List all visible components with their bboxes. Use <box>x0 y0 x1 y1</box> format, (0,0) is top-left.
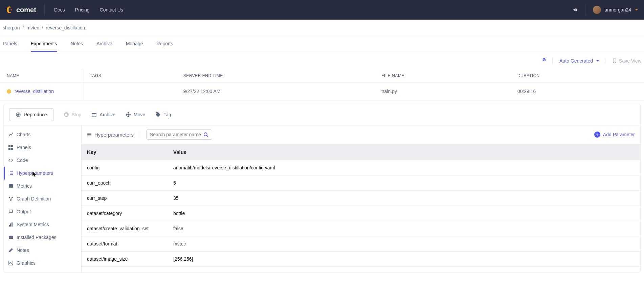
breadcrumb: sherpan / mvtec / reverse_distillation <box>0 20 644 36</box>
param-value: 5 <box>168 175 640 191</box>
breadcrumb-project[interactable]: mvtec <box>26 25 39 30</box>
param-row[interactable]: curr_step35 <box>82 191 640 206</box>
stop-icon <box>64 112 69 117</box>
search-icon[interactable] <box>203 132 208 137</box>
cell-file: train.py <box>375 82 511 100</box>
param-row[interactable]: configanomalib/models/reverse_distillati… <box>82 160 640 175</box>
param-key: dataset/create_validation_set <box>82 221 168 236</box>
code-icon <box>8 158 13 163</box>
nav-pricing[interactable]: Pricing <box>75 7 90 13</box>
tab-archive[interactable]: Archive <box>96 36 112 52</box>
logo-text: comet <box>16 6 36 14</box>
grid-icon <box>8 145 13 150</box>
experiment-row[interactable]: reverse_distillation 9/27/22 12:00 AM tr… <box>0 82 644 100</box>
auto-generated-dropdown[interactable]: Auto Generated <box>559 58 605 64</box>
svg-rect-11 <box>11 145 13 147</box>
sidebar-item-packages[interactable]: Installed Packages <box>4 231 81 244</box>
tab-reports[interactable]: Reports <box>156 36 173 52</box>
param-value: anomalib/models/reverse_distillation/con… <box>168 160 640 175</box>
param-value: false <box>168 221 640 236</box>
svg-rect-22 <box>9 236 13 239</box>
reproduce-button[interactable]: Reproduce <box>9 108 53 121</box>
sidebar-item-graphics[interactable]: Graphics <box>4 257 81 269</box>
image-icon <box>8 261 13 265</box>
param-row[interactable]: dataset/formatmvtec <box>82 236 640 252</box>
svg-point-1 <box>16 113 20 117</box>
tab-manage[interactable]: Manage <box>126 36 143 52</box>
col-value: Value <box>168 144 640 160</box>
main-content: Hyperparameters + Add Parameter Key Valu… <box>82 125 640 272</box>
sidebar-item-output[interactable]: Output <box>4 205 81 218</box>
breadcrumb-sep: / <box>22 25 24 30</box>
plus-icon: + <box>594 132 600 138</box>
svg-rect-21 <box>12 222 13 227</box>
param-value: bottle <box>168 206 640 221</box>
breadcrumb-org[interactable]: sherpan <box>3 25 20 30</box>
svg-point-0 <box>10 9 12 10</box>
sidebar-item-label: Code <box>17 158 28 163</box>
svg-rect-5 <box>65 114 67 116</box>
col-file[interactable]: FILE NAME <box>375 69 511 82</box>
tag-button[interactable]: Tag <box>155 112 171 117</box>
search-box[interactable] <box>146 129 212 140</box>
col-tags[interactable]: TAGS <box>83 69 177 82</box>
graph-icon <box>8 196 13 201</box>
collapse-icon[interactable] <box>541 57 553 64</box>
svg-point-3 <box>18 114 19 115</box>
param-row[interactable]: curr_epoch5 <box>82 175 640 191</box>
cell-tags <box>83 82 177 100</box>
logo[interactable]: comet <box>5 4 45 16</box>
svg-rect-10 <box>8 145 10 147</box>
add-parameter-button[interactable]: + Add Parameter <box>594 132 635 138</box>
param-value: 35 <box>168 191 640 206</box>
user-menu[interactable]: anmorgan24 <box>585 4 639 16</box>
svg-rect-19 <box>9 225 10 227</box>
sidebar-item-notes[interactable]: Notes <box>4 244 81 257</box>
col-end[interactable]: SERVER END TIME <box>177 69 375 82</box>
sidebar-item-code[interactable]: Code <box>4 154 81 167</box>
list-icon <box>8 171 13 175</box>
save-view-label: Save View <box>619 58 641 64</box>
col-name[interactable]: NAME <box>0 69 83 82</box>
sidebar-item-graphdef[interactable]: Graph Definition <box>4 192 81 205</box>
sidebar-item-hyperparameters[interactable]: Hyperparameters <box>4 167 81 180</box>
save-view-button[interactable]: Save View <box>612 58 641 64</box>
svg-point-25 <box>204 133 207 136</box>
tab-notes[interactable]: Notes <box>71 36 83 52</box>
param-value: [256,256] <box>168 252 640 267</box>
sidebar-item-label: System Metrics <box>17 222 49 227</box>
archive-button[interactable]: Archive <box>91 112 115 117</box>
tag-icon <box>155 112 161 117</box>
param-value: mvtec <box>168 236 640 252</box>
section-title-text: Hyperparameters <box>94 132 134 138</box>
sidebar-item-label: Charts <box>17 132 30 137</box>
sidebar-item-sysmetrics[interactable]: System Metrics <box>4 218 81 231</box>
tab-panels[interactable]: Panels <box>3 36 17 52</box>
param-key: config <box>82 160 168 175</box>
avatar <box>593 6 601 14</box>
param-key: dataset/image_size <box>82 252 168 267</box>
param-row[interactable]: dataset/create_validation_setfalse <box>82 221 640 236</box>
add-param-label: Add Parameter <box>603 132 635 137</box>
experiment-name-link[interactable]: reverse_distillation <box>15 89 54 94</box>
search-input[interactable] <box>150 132 203 137</box>
sidebar-item-label: Hyperparameters <box>17 170 53 176</box>
param-row[interactable]: dataset/image_size[256,256] <box>82 252 640 267</box>
svg-rect-14 <box>9 184 13 188</box>
param-row[interactable]: dataset/categorybottle <box>82 206 640 221</box>
col-duration[interactable]: DURATION <box>511 69 644 82</box>
list-icon <box>87 132 92 137</box>
sidebar-item-panels[interactable]: Panels <box>4 141 81 154</box>
bars-icon <box>8 222 13 227</box>
page-tabs: Panels Experiments Notes Archive Manage … <box>0 36 644 52</box>
nav-contact[interactable]: Contact Us <box>100 7 123 13</box>
tab-experiments[interactable]: Experiments <box>31 36 57 52</box>
svg-rect-13 <box>11 148 13 150</box>
nav-docs[interactable]: Docs <box>54 7 65 13</box>
announcements-icon[interactable] <box>572 7 578 13</box>
sidebar-item-charts[interactable]: Charts <box>4 128 81 141</box>
sidebar-item-metrics[interactable]: Metrics <box>4 180 81 192</box>
move-button[interactable]: Move <box>126 112 145 117</box>
breadcrumb-sep: / <box>42 25 43 30</box>
detail-body: Charts Panels Code Hyperparameters Metri… <box>4 125 640 272</box>
